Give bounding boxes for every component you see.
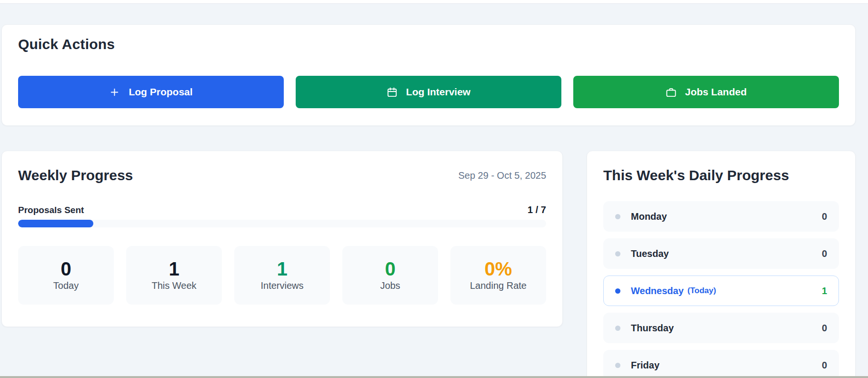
day-name: Friday xyxy=(631,360,659,371)
day-row-tuesday: Tuesday 0 xyxy=(603,238,839,269)
daily-progress-title: This Week's Daily Progress xyxy=(603,167,839,184)
daily-progress-card: This Week's Daily Progress Monday 0 Tues… xyxy=(587,151,856,378)
today-badge: (Today) xyxy=(688,286,716,296)
day-name: Thursday xyxy=(631,323,674,334)
day-name: Monday xyxy=(631,211,667,222)
day-count: 0 xyxy=(822,360,827,371)
day-count: 0 xyxy=(822,248,827,259)
quick-actions-card: Quick Actions Log Proposal Log Interview xyxy=(1,24,856,126)
top-browser-edge xyxy=(0,0,868,4)
log-interview-label: Log Interview xyxy=(406,86,470,98)
stat-tile-today: 0 Today xyxy=(18,246,114,305)
stat-value-today: 0 xyxy=(60,259,71,278)
day-row-monday: Monday 0 xyxy=(603,201,839,232)
jobs-landed-label: Jobs Landed xyxy=(685,86,747,98)
stat-tile-landing-rate: 0% Landing Rate xyxy=(450,246,546,305)
stat-tile-this-week: 1 This Week xyxy=(126,246,222,305)
stat-tile-jobs: 0 Jobs xyxy=(342,246,438,305)
weekly-progress-card: Weekly Progress Sep 29 - Oct 5, 2025 Pro… xyxy=(1,151,563,327)
plus-icon xyxy=(109,87,120,98)
day-dot-icon xyxy=(615,326,620,331)
stat-label-today: Today xyxy=(53,280,79,291)
daily-progress-list: Monday 0 Tuesday 0 Wednesday (Today) 1 T… xyxy=(603,201,839,378)
bottom-viewport-edge xyxy=(0,376,868,378)
stat-value-jobs: 0 xyxy=(385,259,395,278)
stat-label-interviews: Interviews xyxy=(260,280,303,291)
stat-value-interviews: 1 xyxy=(277,259,287,278)
day-dot-icon xyxy=(615,251,620,256)
weekly-progress-header: Weekly Progress Sep 29 - Oct 5, 2025 xyxy=(18,167,546,184)
day-count: 0 xyxy=(822,323,827,334)
day-name: Wednesday xyxy=(631,286,684,296)
quick-actions-button-row: Log Proposal Log Interview Jobs Landed xyxy=(18,76,839,108)
day-dot-icon xyxy=(615,214,620,219)
log-proposal-button[interactable]: Log Proposal xyxy=(18,76,284,108)
stat-value-landing-rate: 0% xyxy=(485,259,512,278)
day-name: Tuesday xyxy=(631,248,669,259)
proposals-sent-count: 1 / 7 xyxy=(528,204,546,215)
jobs-landed-button[interactable]: Jobs Landed xyxy=(573,76,839,108)
stat-value-this-week: 1 xyxy=(169,259,179,278)
day-row-friday: Friday 0 xyxy=(603,350,839,378)
stat-tile-interviews: 1 Interviews xyxy=(234,246,330,305)
day-count: 1 xyxy=(822,286,827,296)
day-count: 0 xyxy=(822,211,827,222)
stat-label-this-week: This Week xyxy=(151,280,196,291)
calendar-icon xyxy=(387,87,398,98)
weekly-progress-title: Weekly Progress xyxy=(18,167,133,184)
quick-actions-title: Quick Actions xyxy=(18,36,839,52)
day-dot-icon xyxy=(615,288,620,294)
day-row-wednesday-today: Wednesday (Today) 1 xyxy=(603,276,839,306)
week-date-range: Sep 29 - Oct 5, 2025 xyxy=(458,170,546,181)
weekly-stats-row: 0 Today 1 This Week 1 Interviews 0 Jobs … xyxy=(18,246,546,305)
briefcase-icon xyxy=(666,87,677,98)
proposals-progress-fill xyxy=(18,220,93,227)
log-interview-button[interactable]: Log Interview xyxy=(296,76,561,108)
proposals-sent-label: Proposals Sent xyxy=(18,205,84,215)
proposals-progress-row: Proposals Sent 1 / 7 xyxy=(18,204,546,215)
proposals-progress-track xyxy=(18,220,546,227)
day-dot-icon xyxy=(615,363,620,368)
day-row-thursday: Thursday 0 xyxy=(603,313,839,343)
log-proposal-label: Log Proposal xyxy=(129,86,192,98)
stat-label-landing-rate: Landing Rate xyxy=(470,280,527,291)
stat-label-jobs: Jobs xyxy=(380,280,400,291)
